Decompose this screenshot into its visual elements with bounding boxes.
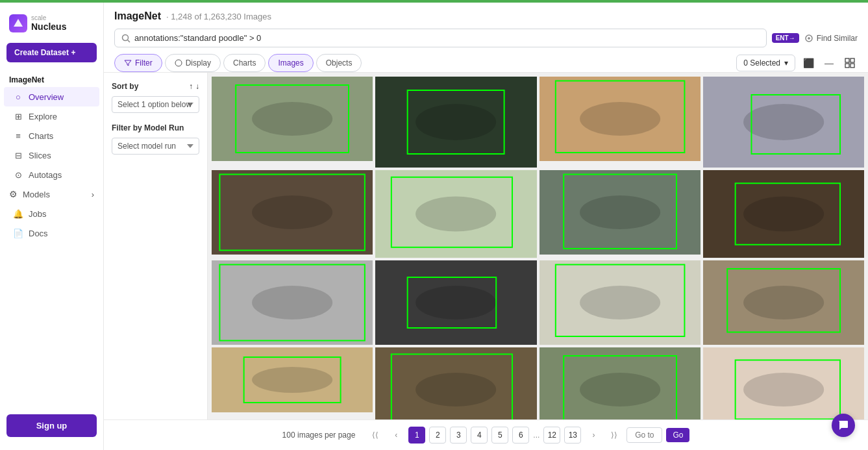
svg-point-49: [415, 373, 496, 406]
overview-icon: ○: [13, 92, 23, 102]
search-input[interactable]: [134, 33, 760, 43]
grid-item[interactable]: [375, 170, 536, 258]
grid-item[interactable]: [539, 170, 701, 255]
filter-panel: Sort by ↑ ↓ Select 1 option below Filter…: [104, 73, 208, 419]
page-1-button[interactable]: 1: [408, 427, 425, 444]
filter-model-select[interactable]: Select model run: [112, 138, 199, 155]
sidebar-models[interactable]: ⚙ Models ›: [0, 184, 103, 204]
sidebar-item-slices[interactable]: ⊟ Slices: [4, 145, 99, 165]
sort-arrows: ↑ ↓: [189, 82, 199, 91]
autotags-icon: ⊙: [13, 169, 23, 180]
page-3-button[interactable]: 3: [450, 427, 467, 444]
sort-select[interactable]: Select 1 option below: [112, 96, 199, 113]
grid-item[interactable]: [539, 347, 701, 419]
sort-asc-icon[interactable]: ↑: [189, 82, 193, 91]
find-similar-button[interactable]: Find Similar: [804, 34, 858, 43]
grid-item[interactable]: [703, 260, 864, 345]
svg-point-40: [580, 286, 660, 319]
logo-icon: [9, 14, 27, 32]
grid-item[interactable]: [703, 77, 864, 168]
svg-marker-0: [14, 19, 23, 27]
svg-point-13: [415, 104, 496, 140]
go-to-input[interactable]: [626, 427, 662, 443]
grid-icon: [845, 58, 855, 68]
page-first-button[interactable]: ⟨⟨: [367, 427, 384, 444]
create-dataset-button[interactable]: Create Dataset +: [6, 43, 97, 62]
tab-objects[interactable]: Objects: [316, 54, 362, 72]
grid-item[interactable]: [703, 170, 864, 258]
search-icon: [121, 34, 130, 43]
grid-item[interactable]: [375, 347, 536, 419]
models-icon: ⚙: [9, 189, 18, 199]
sidebar-item-docs[interactable]: 📄 Docs: [4, 223, 99, 243]
selected-chevron: ▾: [784, 58, 788, 68]
page-4-button[interactable]: 4: [471, 427, 488, 444]
sort-section: Sort by ↑ ↓ Select 1 option below: [112, 82, 199, 113]
chat-bubble[interactable]: [832, 414, 855, 437]
filter-icon: [124, 59, 132, 67]
tab-objects-label: Objects: [326, 58, 353, 68]
page-13-button[interactable]: 13: [564, 427, 581, 444]
sort-by-label: Sort by: [112, 82, 138, 91]
grid-item[interactable]: [212, 347, 373, 412]
page-ellipsis: ...: [533, 431, 539, 440]
logo-sub: scale: [31, 15, 66, 21]
sidebar-item-jobs[interactable]: 🔔 Jobs: [4, 204, 99, 223]
grid-item[interactable]: [539, 260, 701, 345]
selected-button[interactable]: 0 Selected ▾: [736, 55, 795, 71]
page-2-button[interactable]: 2: [429, 427, 446, 444]
sign-up-button[interactable]: Sign up: [6, 414, 97, 437]
filter-model-title[interactable]: Filter by Model Run: [112, 123, 199, 132]
jobs-icon: 🔔: [13, 208, 23, 219]
sidebar-bottom: Sign up: [0, 408, 103, 444]
grid-item[interactable]: [539, 77, 701, 161]
sort-desc-icon[interactable]: ↓: [195, 82, 199, 91]
tab-charts-label: Charts: [233, 58, 256, 68]
logo-text: Nucleus: [31, 21, 66, 32]
sidebar-item-autotags[interactable]: ⊙ Autotags: [4, 165, 99, 184]
grid-view-icon[interactable]: [842, 55, 858, 71]
sidebar-item-label-autotags: Autotags: [29, 170, 62, 180]
svg-point-55: [743, 373, 824, 406]
tab-charts[interactable]: Charts: [223, 54, 266, 72]
sidebar-item-label-explore: Explore: [29, 112, 57, 121]
header-title-row: ImageNet · 1,248 of 1,263,230 Images: [114, 10, 858, 22]
sidebar: scale Nucleus Create Dataset + ImageNet …: [0, 3, 104, 450]
search-box[interactable]: [114, 29, 767, 47]
sidebar-item-charts[interactable]: ≡ Charts: [4, 126, 99, 145]
page-last-button[interactable]: ⟩⟩: [606, 427, 623, 444]
tab-display[interactable]: Display: [165, 54, 221, 72]
page-6-button[interactable]: 6: [512, 427, 529, 444]
go-button[interactable]: Go: [666, 428, 689, 442]
grid-item[interactable]: [212, 170, 373, 255]
tab-filter[interactable]: Filter: [114, 54, 162, 72]
list-view-icon[interactable]: ⬛: [800, 55, 816, 71]
grid-item[interactable]: [375, 77, 536, 168]
main-header: ImageNet · 1,248 of 1,263,230 Images ENT…: [104, 3, 868, 73]
tab-images[interactable]: Images: [268, 54, 313, 72]
svg-point-52: [580, 373, 660, 406]
page-prev-button[interactable]: ‹: [388, 427, 404, 444]
slices-icon: ⊟: [13, 150, 23, 160]
svg-point-22: [252, 195, 332, 229]
svg-point-46: [252, 367, 332, 393]
ent-badge: ENT→: [772, 33, 799, 43]
sidebar-item-overview[interactable]: ○ Overview: [4, 87, 99, 106]
page-next-button[interactable]: ›: [585, 427, 602, 444]
grid-item[interactable]: [703, 347, 864, 419]
page-12-button[interactable]: 12: [543, 427, 560, 444]
sidebar-item-explore[interactable]: ⊞ Explore: [4, 106, 99, 126]
dataset-name: ImageNet: [0, 71, 103, 87]
sort-by-title[interactable]: Sort by ↑ ↓: [112, 82, 199, 91]
display-icon: [175, 59, 182, 67]
image-grid: [208, 73, 868, 419]
svg-line-2: [128, 40, 130, 42]
svg-point-16: [580, 102, 660, 136]
grid-item[interactable]: [212, 260, 373, 345]
grid-item[interactable]: [212, 77, 373, 161]
content-area: Sort by ↑ ↓ Select 1 option below Filter…: [104, 73, 868, 419]
svg-point-1: [123, 34, 129, 40]
page-5-button[interactable]: 5: [491, 427, 508, 444]
svg-point-31: [743, 197, 824, 232]
grid-item[interactable]: [375, 260, 536, 345]
